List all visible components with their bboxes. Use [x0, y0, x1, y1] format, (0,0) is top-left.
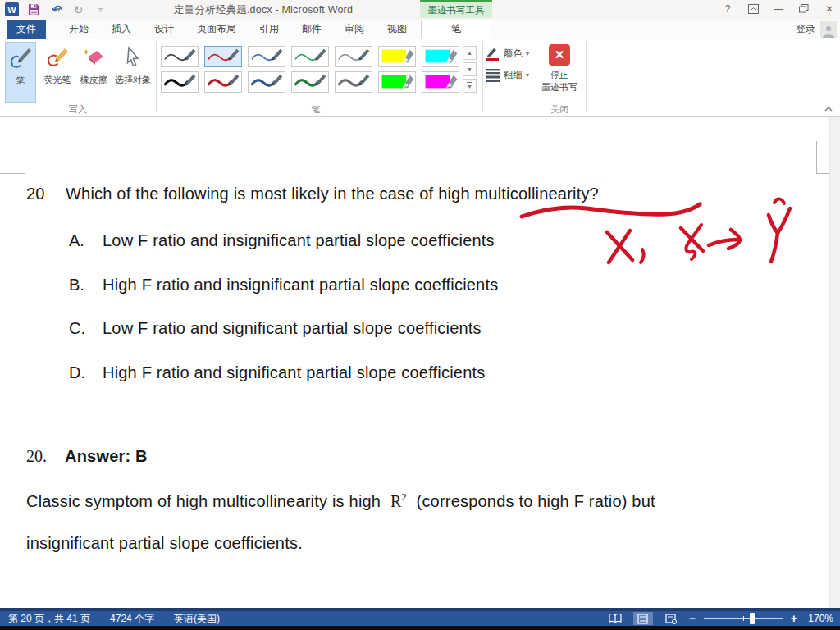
gallery-scroll-buttons: ▲ ▼ ▼ [463, 46, 477, 93]
select-objects-button[interactable]: 选择对象 [112, 42, 154, 103]
tab-mailings[interactable]: 邮件 [290, 20, 333, 39]
highlighter-style-swatch[interactable] [378, 46, 416, 67]
tab-view[interactable]: 视图 [376, 20, 418, 39]
pen-style-swatch[interactable] [204, 71, 242, 93]
customize-qat-button[interactable]: ▿̄ [94, 2, 107, 16]
tab-references[interactable]: 引用 [248, 20, 290, 39]
collapse-ribbon-icon[interactable] [824, 105, 833, 114]
ink-color-button[interactable]: 颜色▾ [486, 45, 529, 62]
option-letter: B. [69, 276, 84, 294]
option-letter: A. [69, 231, 84, 250]
brush-icon [486, 47, 500, 61]
gallery-more-icon[interactable]: ▼ [463, 79, 477, 93]
help-icon[interactable]: ? [720, 2, 735, 16]
group-divider [482, 42, 483, 112]
redo-button[interactable]: ↻ [71, 2, 85, 16]
group-label-pens: 笔 [287, 103, 345, 116]
close-icon[interactable]: ✕ [822, 2, 837, 16]
tab-file[interactable]: 文件 [7, 20, 46, 39]
pen-icon [9, 46, 32, 71]
sign-in-link[interactable]: 登录 [796, 22, 815, 36]
pen-style-swatch[interactable] [248, 71, 285, 93]
explanation-line2: insignificant partial slope coefficients… [26, 534, 303, 553]
group-divider [156, 42, 157, 112]
highlighter-style-swatch[interactable] [422, 71, 459, 93]
group-label-close: 关闭 [531, 103, 588, 116]
read-mode-icon[interactable] [605, 612, 625, 625]
save-icon[interactable] [27, 2, 41, 16]
gallery-scroll-up-icon[interactable]: ▲ [463, 46, 477, 60]
answer-number: 20. [26, 447, 47, 466]
eraser-tool-button[interactable]: 橡皮擦 [77, 42, 110, 103]
highlighter-style-swatch[interactable] [422, 46, 459, 67]
stop-inking-icon: ✕ [549, 44, 570, 66]
stop-inking-button[interactable]: ✕ 停止墨迹书写 [535, 42, 584, 94]
undo-button[interactable]: ↶▾ [49, 2, 63, 16]
zoom-level[interactable]: 170% [806, 613, 833, 624]
pen-style-swatch[interactable] [204, 46, 242, 67]
tab-insert[interactable]: 插入 [100, 20, 143, 39]
zoom-in-icon[interactable]: + [791, 613, 797, 624]
language-indicator[interactable]: 英语(美国) [174, 612, 220, 626]
bottom-black-strip [0, 626, 840, 630]
pen-style-swatch[interactable] [161, 46, 199, 67]
ink-tools-contextual-header: 墨迹书写工具 [420, 0, 492, 18]
pen-style-swatch[interactable] [291, 46, 329, 67]
vertical-scrollbar[interactable] [829, 117, 840, 608]
pen-style-swatch[interactable] [291, 71, 329, 93]
cursor-arrow-icon [122, 45, 144, 70]
document-page[interactable]: 20 Which of the following is most likely… [0, 117, 840, 608]
print-layout-icon[interactable] [633, 612, 653, 625]
question-number: 20 [26, 185, 45, 203]
ribbon-tab-row: 文件 开始 插入 设计 页面布局 引用 邮件 审阅 视图 笔 登录 [0, 20, 840, 39]
crop-mark [25, 141, 25, 173]
status-bar: 第 20 页，共 41 页 4724 个字 英语(美国) − + 170% [0, 611, 840, 626]
app-window: { "titlebar": { "title": "定量分析经典题.docx -… [0, 0, 840, 630]
explanation-line1: Classic symptom of high multicollinearit… [26, 491, 655, 511]
quick-access-toolbar: W ↶▾ ↻ ▿̄ [5, 2, 107, 16]
eraser-icon [81, 45, 106, 70]
tab-page-layout[interactable]: 页面布局 [185, 20, 248, 39]
crop-mark [816, 141, 817, 173]
zoom-100-tick [743, 616, 744, 621]
pen-style-swatch[interactable] [335, 71, 372, 93]
zoom-out-icon[interactable]: − [689, 613, 696, 624]
page-indicator[interactable]: 第 20 页，共 41 页 [8, 612, 90, 626]
highlighter-tool-button[interactable]: 荧光笔 [39, 42, 75, 103]
word-app-icon[interactable]: W [5, 2, 19, 16]
option-text: High F ratio and insignificant partial s… [103, 276, 498, 294]
option-text: Low F ratio and significant partial slop… [103, 319, 482, 338]
highlighter-style-swatch[interactable] [378, 71, 416, 93]
group-divider [532, 42, 532, 112]
pen-style-swatch[interactable] [161, 71, 199, 93]
group-label-write: 写入 [49, 103, 107, 116]
option-letter: D. [69, 363, 85, 382]
answer-text: Answer: B [65, 447, 148, 466]
tab-review[interactable]: 审阅 [333, 20, 376, 39]
document-title: 定量分析经典题.docx - Microsoft Word [174, 3, 353, 17]
pen-style-swatch[interactable] [248, 46, 285, 67]
word-count[interactable]: 4724 个字 [110, 612, 154, 626]
restore-icon[interactable] [797, 2, 811, 16]
ink-thickness-button[interactable]: 粗细▾ [486, 66, 529, 83]
pen-style-swatch[interactable] [335, 46, 372, 67]
gallery-scroll-down-icon[interactable]: ▼ [463, 62, 477, 76]
ribbon-display-options-icon[interactable] [746, 2, 760, 16]
tab-pen-contextual[interactable]: 笔 [421, 20, 491, 39]
group-divider [586, 42, 587, 112]
option-text: High F ratio and significant partial slo… [103, 363, 485, 382]
web-layout-icon[interactable] [661, 612, 681, 625]
tab-design[interactable]: 设计 [143, 20, 185, 39]
crop-mark [0, 173, 25, 174]
option-text: Low F ratio and insignificant partial sl… [103, 231, 495, 250]
pen-tool-button[interactable]: 笔 [5, 42, 36, 103]
avatar[interactable] [820, 21, 837, 38]
zoom-slider[interactable] [704, 618, 783, 619]
line-thickness-icon [486, 68, 500, 82]
minimize-icon[interactable]: — [771, 2, 786, 16]
option-letter: C. [69, 319, 85, 338]
title-bar: W ↶▾ ↻ ▿̄ 定量分析经典题.docx - Microsoft Word … [0, 0, 840, 20]
ribbon-pen-tab-content: 笔 荧光笔 橡皮擦 选择对象 写入 ▲ ▼ ▼ 笔 [0, 39, 840, 117]
zoom-slider-thumb[interactable] [750, 613, 755, 624]
tab-home[interactable]: 开始 [57, 20, 100, 39]
